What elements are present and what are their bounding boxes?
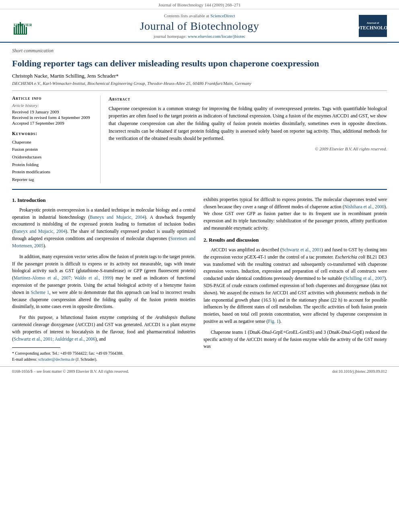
elsevier-logo-area: ELSEVIER — [12, 15, 40, 37]
keyword-1: Chaperone — [12, 138, 94, 146]
journal-citation: Journal of Biotechnology 144 (2009) 268–… — [0, 0, 399, 9]
footer-license: 0168-1656/$ – see front matter © 2009 El… — [12, 369, 129, 374]
abstract-text: Chaperone coexpression is a common strat… — [109, 105, 387, 142]
footer-doi: doi:10.1016/j.jbiotec.2009.09.012 — [332, 369, 387, 374]
affiliation: DECHEMA e.V., Karl-Winnacker-Institut, B… — [12, 81, 387, 90]
journal-homepage: journal homepage: www.elsevier.com/locat… — [40, 34, 359, 39]
main-content: 1. Introduction Prokaryotic protein over… — [12, 189, 387, 363]
svg-rect-2 — [14, 27, 15, 34]
homepage-link[interactable]: www.elsevier.com/locate/jbiotec — [188, 34, 245, 39]
article-title: Folding reporter tags can deliver mislea… — [12, 55, 387, 73]
accepted-date: Accepted 17 September 2009 — [12, 121, 94, 125]
article-body: Short communication Folding reporter tag… — [0, 43, 399, 362]
footnote-divider — [12, 347, 60, 348]
keyword-6: Reporter tag — [12, 176, 94, 183]
footer: 0168-1656/$ – see front matter © 2009 El… — [0, 366, 399, 376]
revised-date: Received in revised form 4 September 200… — [12, 115, 94, 120]
journal-header: ELSEVIER Contents lists available at Sci… — [0, 9, 399, 43]
keyword-5: Protein modifications — [12, 168, 94, 176]
elsevier-logo-icon: ELSEVIER — [12, 15, 40, 37]
results-para-1: AtCCD1 was amplified as described (Schwa… — [204, 246, 387, 325]
svg-rect-7 — [24, 25, 25, 34]
journal-thumbnail: Journal of BIOTECHNOLOGY — [359, 15, 387, 37]
intro-para-right-1: exhibits properties typical for difficul… — [204, 196, 387, 232]
abstract-column: Abstract Chaperone coexpression is a com… — [109, 96, 387, 183]
received-date: Received 19 January 2009 — [12, 109, 94, 114]
svg-rect-8 — [26, 27, 27, 34]
keywords-list: Chaperone Fusion protein Oxidoreductases… — [12, 138, 94, 183]
results-para-2: Chaperone teams 1 (DnaK-DnaJ-GrpE+GroEL-… — [204, 329, 387, 350]
article-info-heading: Article info — [12, 96, 94, 101]
article-info-column: Article info Article history: Received 1… — [12, 96, 101, 183]
intro-para-2: In addition, many expression vector seri… — [12, 253, 195, 311]
svg-rect-6 — [22, 24, 23, 34]
footnote-email: E-mail address: schrader@dechema.de (J. … — [12, 356, 195, 362]
authors: Christoph Nacke, Martin Schilling, Jens … — [12, 73, 387, 81]
sciencedirect-label: Contents lists available at ScienceDirec… — [40, 13, 359, 18]
svg-rect-4 — [18, 24, 19, 34]
copyright: © 2009 Elsevier B.V. All rights reserved… — [109, 146, 387, 152]
svg-rect-3 — [16, 25, 17, 34]
keyword-4: Protein folding — [12, 161, 94, 168]
section1-title: 1. Introduction — [12, 196, 195, 204]
journal-title-block: Contents lists available at ScienceDirec… — [40, 13, 359, 39]
left-column: 1. Introduction Prokaryotic protein over… — [12, 196, 195, 363]
keyword-3: Oxidoreductases — [12, 153, 94, 161]
svg-rect-9 — [14, 34, 27, 35]
keyword-2: Fusion protein — [12, 146, 94, 153]
svg-rect-5 — [20, 22, 21, 34]
abstract-heading: Abstract — [109, 96, 387, 103]
email-link[interactable]: schrader@dechema.de — [38, 357, 75, 362]
intro-para-1: Prokaryotic protein overexpression is a … — [12, 207, 195, 250]
section2-title: 2. Results and discussion — [204, 236, 387, 244]
footnote-star: * Corresponding author. Tel.: +49 69 756… — [12, 350, 195, 356]
journal-title: Journal of Biotechnology — [40, 20, 359, 33]
article-type: Short communication — [12, 43, 387, 55]
info-abstract-section: Article info Article history: Received 1… — [12, 90, 387, 183]
intro-para-3: For this purpose, a bifunctional fusion … — [12, 314, 195, 343]
right-column: exhibits properties typical for difficul… — [204, 196, 387, 363]
keywords-heading: Keywords: — [12, 131, 94, 136]
history-label: Article history: — [12, 103, 94, 108]
sciencedirect-link[interactable]: ScienceDirect — [210, 13, 235, 18]
footnote: * Corresponding author. Tel.: +49 69 756… — [12, 350, 195, 362]
